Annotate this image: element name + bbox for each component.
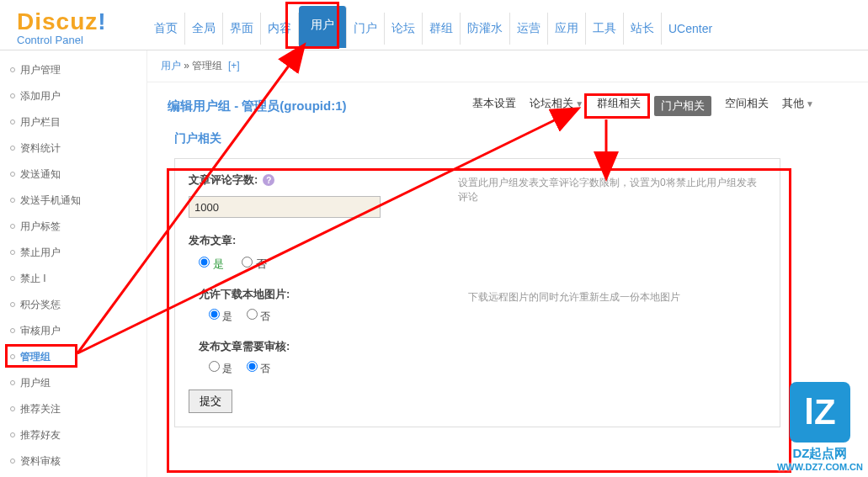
- topnav-全局[interactable]: 全局: [185, 13, 223, 45]
- topnav-群组[interactable]: 群组: [423, 13, 461, 45]
- comment-limit-desc: 设置此用户组发表文章评论字数限制，设置为0将禁止此用户组发表评论: [458, 172, 766, 204]
- sidebar-item-6[interactable]: 用户标签: [0, 214, 146, 240]
- tab-论坛相关[interactable]: 论坛相关▼: [530, 96, 583, 116]
- allow-download-desc: 下载远程图片的同时允许重新生成一份本地图片: [468, 287, 766, 305]
- sidebar-item-14[interactable]: 推荐好友: [0, 422, 146, 448]
- logo-excl: !: [98, 8, 106, 34]
- tab-门户相关[interactable]: 门户相关: [654, 96, 711, 116]
- tab-row: 基本设置论坛相关▼群组相关门户相关空间相关其他▼: [472, 96, 814, 116]
- sidebar: 用户管理添加用户用户栏目资料统计发送通知发送手机通知用户标签禁止用户禁止 I积分…: [0, 50, 147, 477]
- sidebar-item-7[interactable]: 禁止用户: [0, 240, 146, 266]
- topnav-UCenter[interactable]: UCenter: [662, 13, 719, 44]
- need-review-no[interactable]: 否: [247, 363, 270, 374]
- logo-subtitle: Control Panel: [17, 34, 147, 46]
- tab-其他[interactable]: 其他▼: [782, 96, 814, 116]
- tab-群组相关[interactable]: 群组相关: [597, 96, 641, 116]
- watermark-logo: lZ: [804, 392, 835, 432]
- need-review-label: 发布文章需要审核:: [199, 339, 766, 354]
- sidebar-item-3[interactable]: 资料统计: [0, 135, 146, 162]
- publish-article-yes[interactable]: 是: [199, 257, 224, 270]
- topnav-界面[interactable]: 界面: [223, 13, 261, 45]
- allow-download-no[interactable]: 否: [247, 310, 270, 322]
- submit-button[interactable]: 提交: [189, 390, 232, 413]
- topnav-站长[interactable]: 站长: [624, 13, 662, 45]
- topnav-内容[interactable]: 内容: [261, 13, 299, 45]
- logo-main: Discuz: [17, 8, 98, 34]
- sidebar-item-0[interactable]: 用户管理: [0, 57, 146, 83]
- sidebar-item-8[interactable]: 禁止 I: [0, 266, 146, 292]
- page-title: 编辑用户组 - 管理员(groupid:1): [168, 98, 346, 114]
- help-icon[interactable]: ?: [263, 174, 274, 186]
- topnav-工具[interactable]: 工具: [586, 13, 624, 45]
- sidebar-item-1[interactable]: 添加用户: [0, 83, 146, 109]
- breadcrumb-user[interactable]: 用户: [161, 60, 181, 72]
- publish-article-no[interactable]: 否: [242, 257, 267, 270]
- comment-limit-input[interactable]: [189, 196, 381, 218]
- logo: Discuz! Control Panel: [0, 0, 147, 50]
- sidebar-item-4[interactable]: 发送通知: [0, 162, 146, 188]
- topnav-门户[interactable]: 门户: [347, 13, 385, 45]
- sidebar-item-2[interactable]: 用户栏目: [0, 109, 146, 135]
- need-review-yes[interactable]: 是: [209, 363, 232, 374]
- topnav-防灌水[interactable]: 防灌水: [461, 13, 510, 45]
- allow-download-yes[interactable]: 是: [209, 310, 232, 322]
- sidebar-item-12[interactable]: 用户组: [0, 370, 146, 396]
- tab-空间相关[interactable]: 空间相关: [725, 96, 769, 116]
- form-box: 文章评论字数:? 设置此用户组发表文章评论字数限制，设置为0将禁止此用户组发表评…: [174, 158, 780, 427]
- publish-article-label: 发布文章:: [189, 233, 766, 248]
- sidebar-item-15[interactable]: 资料审核: [0, 448, 146, 474]
- section-title: 门户相关: [174, 131, 848, 146]
- comment-limit-label: 文章评论字数:: [189, 172, 258, 188]
- breadcrumb-current: 管理组: [192, 60, 222, 72]
- tab-基本设置[interactable]: 基本设置: [472, 96, 516, 116]
- topnav-应用[interactable]: 应用: [548, 13, 586, 45]
- breadcrumb-sep: »: [181, 60, 192, 72]
- watermark: lZ DZ起点网 WWW.DZ7.COM.CN: [777, 382, 863, 472]
- topnav-论坛[interactable]: 论坛: [385, 13, 423, 45]
- breadcrumb-plus[interactable]: [+]: [228, 60, 240, 72]
- top-nav: 首页全局界面内容用户门户论坛群组防灌水运营应用工具站长UCenter: [147, 0, 868, 50]
- allow-download-label: 允许下载本地图片:: [199, 287, 468, 302]
- topnav-用户[interactable]: 用户: [299, 6, 347, 48]
- sidebar-item-5[interactable]: 发送手机通知: [0, 188, 146, 214]
- sidebar-item-10[interactable]: 审核用户: [0, 318, 146, 344]
- topnav-运营[interactable]: 运营: [510, 13, 548, 45]
- breadcrumb: 用户 » 管理组 [+]: [147, 50, 868, 82]
- sidebar-item-13[interactable]: 推荐关注: [0, 396, 146, 422]
- topnav-首页[interactable]: 首页: [147, 13, 185, 45]
- sidebar-item-9[interactable]: 积分奖惩: [0, 292, 146, 318]
- sidebar-item-11[interactable]: 管理组: [0, 344, 146, 370]
- watermark-text: DZ起点网: [777, 446, 863, 462]
- watermark-url: WWW.DZ7.COM.CN: [777, 462, 863, 472]
